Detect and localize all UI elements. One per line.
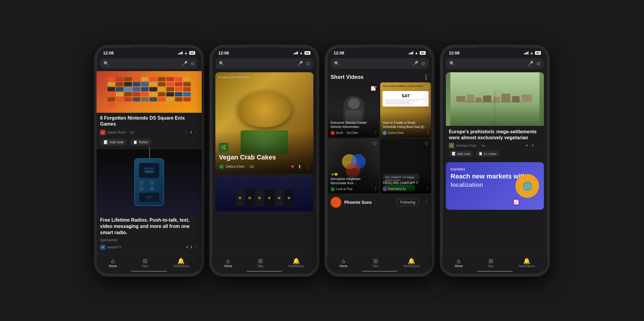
- nav-home-1[interactable]: ⌂ Home: [103, 257, 123, 268]
- food-title: Vegan Crab Cakes: [219, 154, 310, 161]
- nav-tabs-2[interactable]: ⊞ Tabs: [251, 257, 269, 268]
- lens-icon-1[interactable]: ⊙: [191, 61, 195, 66]
- food-share[interactable]: ⬆: [298, 164, 302, 170]
- tabs-icon-4: ⊞: [488, 258, 493, 264]
- search-bar-2[interactable]: 🔍 🎤 ⊙: [215, 58, 313, 69]
- ad-heart[interactable]: ♥: [186, 245, 188, 249]
- gamerant-time: 1d: [130, 130, 134, 134]
- lens-icon-2[interactable]: ⊙: [306, 61, 310, 66]
- transifex-banner[interactable]: transifex Reach new markets with localiz…: [446, 162, 544, 210]
- radio-image: John & Steve: [97, 149, 202, 215]
- status-bar-3: 12:08 ▲ 6G: [327, 47, 432, 57]
- video-title-4: TROLLING CHATGPT 7: [383, 181, 429, 185]
- antenna: [149, 147, 150, 159]
- mic-icon-4[interactable]: 🎤: [528, 61, 533, 66]
- svg-rect-3: [467, 95, 474, 102]
- nav-tabs-4[interactable]: ⊞ Tabs: [482, 257, 500, 268]
- scroll-4[interactable]: Europe's prehistoric mega-settlements we…: [442, 71, 547, 255]
- ad-more[interactable]: ⋮: [195, 245, 198, 249]
- svg-rect-8: [512, 96, 520, 102]
- video-channel-1: itsn3t: [336, 131, 343, 134]
- radio-btn-2: [150, 180, 154, 185]
- video-more-1[interactable]: ⋮: [374, 130, 378, 135]
- suns-more[interactable]: ⋮: [424, 199, 429, 205]
- radio-title: Free Lifetime Radios. Push-to-talk, text…: [97, 215, 202, 237]
- lens-icon-4[interactable]: ⊙: [536, 61, 540, 66]
- video-card-4[interactable]: Hey ChatGPT: I'm happy. Wanna see? Wanna…: [380, 139, 431, 194]
- screen: John & Steve: [139, 163, 159, 178]
- add-note-label: Add note: [109, 140, 124, 144]
- search-bar-1[interactable]: 🔍 🎤 ⊙: [100, 58, 198, 69]
- screen-line1: John & Steve: [144, 167, 154, 169]
- video-card-1[interactable]: ⬜ ♥ Everyone Should Create! #shorts #sho…: [328, 82, 379, 137]
- video-overlay-2: How to Create a Study Schedule Using Bar…: [380, 112, 431, 137]
- bar1: [178, 53, 179, 54]
- nav-home-label-3: Home: [340, 264, 348, 268]
- more-icon-1[interactable]: ⋮: [195, 130, 198, 134]
- article-body: Europe's prehistoric mega-settlements we…: [446, 126, 544, 160]
- food-more[interactable]: ⋮: [305, 164, 310, 170]
- heritage-more[interactable]: ⋮: [538, 144, 541, 148]
- search-bar-3[interactable]: 🔍 🎤 ⊙: [331, 58, 429, 69]
- mic-icon-1[interactable]: 🎤: [182, 61, 188, 66]
- video-card-3[interactable]: ♡ 🦋🌟 #emojimix #digitalart #procreate #c…: [328, 139, 379, 194]
- video-more-4[interactable]: ⋮: [426, 187, 430, 191]
- video-avatar-4: [383, 187, 387, 191]
- transifex-btn: 📈: [512, 198, 520, 206]
- mic-icon-2[interactable]: 🎤: [297, 61, 303, 66]
- nav-notifications-3[interactable]: 🔔 Notifications: [398, 257, 426, 268]
- search-bar-4[interactable]: 🔍 🎤 ⊙: [446, 58, 544, 69]
- battery-2: 6G: [304, 51, 310, 55]
- nav-tabs-1[interactable]: ⊞ Tabs: [136, 257, 154, 268]
- nav-notifications-4[interactable]: 🔔 Notifications: [513, 257, 541, 268]
- mic-icon-3[interactable]: 🎤: [412, 61, 418, 66]
- food-heart[interactable]: ♥: [291, 164, 294, 170]
- radio-btn-3: [139, 186, 144, 191]
- nav-notifications-1[interactable]: 🔔 Notifications: [167, 257, 195, 268]
- share-icon-1[interactable]: ⬆: [190, 130, 193, 134]
- notes-btn[interactable]: 📋 Notes: [130, 139, 151, 146]
- nav-notifications-2[interactable]: 🔔 Notifications: [282, 257, 310, 268]
- heart-icon-2[interactable]: ♡: [424, 85, 429, 90]
- team-photo: U U U U U U: [215, 176, 313, 212]
- add-note-btn[interactable]: 📝 Add note: [100, 139, 127, 146]
- suns-row: Phoenix Suns Following ⋮: [327, 194, 432, 211]
- tabs-icon-2: ⊞: [258, 258, 263, 264]
- heart-icon-1[interactable]: ♥: [374, 85, 377, 90]
- home-indicator-4: [477, 271, 513, 272]
- heritage-share[interactable]: ⬆: [531, 144, 534, 148]
- weavix-avatar: W: [100, 245, 105, 250]
- scroll-2[interactable]: In case you missed it 🌿 Vegan Crab Cakes…: [212, 71, 317, 255]
- bar3: [181, 52, 181, 54]
- video-more-3[interactable]: ⋮: [374, 187, 378, 191]
- signal-bars-3: [409, 51, 413, 54]
- bar4: [182, 51, 183, 54]
- heritage-heart[interactable]: ♥: [526, 144, 528, 147]
- section-more[interactable]: ⋮: [423, 74, 429, 81]
- video-card-2[interactable]: HAS ALWAYS BEEN A CHALLENGE SAT ♡ How to…: [380, 82, 431, 137]
- ad-share[interactable]: ⬆: [190, 245, 193, 249]
- like-icon-1[interactable]: ♡: [185, 130, 188, 134]
- nav-home-3[interactable]: ⌂ Home: [334, 257, 353, 268]
- heritage-card: Europe's prehistoric mega-settlements we…: [446, 72, 544, 160]
- following-btn[interactable]: Following: [396, 199, 419, 206]
- scroll-1[interactable]: 6 Forgotten Nintendo DS Square Enix Game…: [97, 71, 202, 255]
- notes-label-4: 1+ notes: [484, 152, 497, 156]
- heritage-separator: ·: [478, 144, 479, 147]
- add-note-btn-4[interactable]: 📝 Add note: [449, 151, 473, 157]
- content-4: Europe's prehistoric mega-settlements we…: [442, 71, 547, 255]
- notes-btn-4[interactable]: 📋 1+ notes: [476, 151, 500, 157]
- nav-home-2[interactable]: ⌂ Home: [218, 257, 238, 268]
- food-card: In case you missed it 🌿 Vegan Crab Cakes…: [215, 72, 313, 173]
- nav-home-4[interactable]: ⌂ Home: [449, 257, 469, 268]
- time-4: 12:09: [449, 51, 460, 55]
- lens-icon-3[interactable]: ⊙: [421, 61, 425, 66]
- video-more-2[interactable]: ⋮: [426, 130, 430, 135]
- nav-tabs-3[interactable]: ⊞ Tabs: [367, 257, 385, 268]
- phone-3: 12:08 ▲ 6G 🔍 🎤 ⊙ Short Videos ⋮: [325, 45, 435, 277]
- food-separator: ·: [247, 165, 247, 169]
- scroll-3[interactable]: Short Videos ⋮ ⬜ ♥ Everyone Should Cr: [327, 71, 432, 255]
- search-icon-4: 🔍: [449, 61, 454, 66]
- heart-icon-3[interactable]: ♡: [372, 141, 377, 147]
- heart-icon-4[interactable]: ♡: [424, 141, 429, 147]
